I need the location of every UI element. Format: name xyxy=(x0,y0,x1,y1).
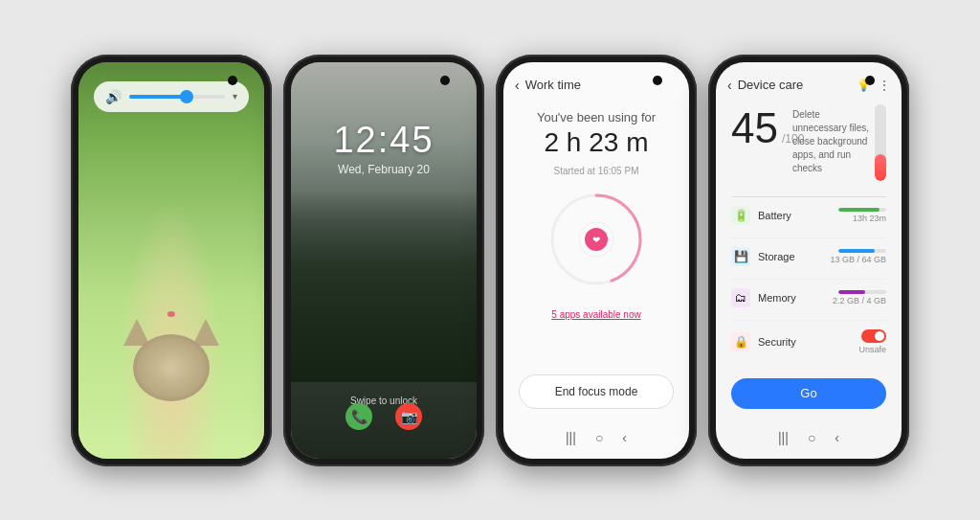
score-value: 45 xyxy=(731,104,778,152)
memory-icon: 🗂 xyxy=(731,288,750,307)
memory-bar xyxy=(838,290,886,294)
care-divider xyxy=(731,196,886,197)
back-arrow-icon[interactable]: ‹ xyxy=(515,78,520,93)
focus-circle-svg: ❤ xyxy=(544,187,649,292)
care-score-fill xyxy=(875,154,886,181)
phone-device-care: ‹ Device care 💡 ⋮ 45 /100 Delete unneces… xyxy=(708,55,909,466)
volume-track[interactable] xyxy=(129,95,225,99)
battery-right: 13h 23m xyxy=(838,208,886,223)
storage-right: 13 GB / 64 GB xyxy=(830,249,886,264)
care-go-button[interactable]: Go xyxy=(731,378,886,409)
nav-back-icon[interactable]: ‹ xyxy=(622,430,627,445)
volume-fill xyxy=(129,95,187,99)
volume-thumb[interactable] xyxy=(180,90,193,103)
cat-nose xyxy=(167,311,175,317)
storage-icon: 💾 xyxy=(731,247,750,266)
memory-label: Memory xyxy=(758,292,825,304)
cat-face xyxy=(133,334,210,401)
front-camera-4 xyxy=(865,76,875,85)
care-back-icon[interactable]: ‹ xyxy=(727,78,732,93)
front-camera-3 xyxy=(653,76,662,85)
cat-wallpaper xyxy=(78,62,264,459)
svg-text:❤: ❤ xyxy=(592,235,600,245)
care-nav-home[interactable]: ○ xyxy=(808,430,815,445)
lock-time: 12:45 xyxy=(291,120,477,161)
phone1-screen: 🔊 ▾ xyxy=(78,62,264,459)
phone-volume-wallpaper: 🔊 ▾ xyxy=(71,55,272,466)
focus-header-title: Work time xyxy=(525,78,581,92)
front-camera-2 xyxy=(440,76,450,85)
security-label: Security xyxy=(758,336,851,348)
care-score-bar xyxy=(875,104,886,181)
divider-memory xyxy=(731,320,886,321)
focus-duration: 2 h 23 m xyxy=(503,127,689,158)
storage-value: 13 GB / 64 GB xyxy=(830,255,886,264)
end-focus-button[interactable]: End focus mode xyxy=(519,374,674,409)
battery-label: Battery xyxy=(758,210,831,221)
storage-label: Storage xyxy=(758,251,822,262)
front-camera xyxy=(228,76,237,85)
lock-camera-icon[interactable]: 📷 xyxy=(395,403,422,430)
care-item-storage: 💾 Storage 13 GB / 64 GB xyxy=(731,247,886,266)
focus-using-text: You've been using for xyxy=(503,110,689,124)
focus-circle-timer: ❤ xyxy=(544,187,649,292)
care-item-security: 🔒 Security Unsafe xyxy=(731,329,886,354)
battery-bar xyxy=(838,208,886,212)
care-header-title: Device care xyxy=(738,78,851,92)
care-description: Delete unnecessary files, close backgrou… xyxy=(792,108,871,175)
navigation-bar: ||| ○ ‹ xyxy=(503,430,689,445)
security-right: Unsafe xyxy=(858,329,886,354)
battery-fill xyxy=(838,208,880,212)
nav-menu-icon[interactable]: ||| xyxy=(566,430,576,445)
phone-lockscreen: 12:45 Wed, February 20 Swipe to unlock 📞… xyxy=(283,55,484,466)
lock-screen-icons: 📞 📷 xyxy=(291,403,477,430)
phones-container: 🔊 ▾ 12:45 Wed, February 20 Swipe to unlo… xyxy=(71,55,909,466)
phone2-screen: 12:45 Wed, February 20 Swipe to unlock 📞… xyxy=(291,62,477,459)
divider-storage xyxy=(731,279,886,280)
lock-phone-icon[interactable]: 📞 xyxy=(345,403,372,430)
memory-value: 2.2 GB / 4 GB xyxy=(833,296,886,305)
volume-bar[interactable]: 🔊 ▾ xyxy=(94,81,249,112)
storage-bar xyxy=(838,249,886,253)
battery-value: 13h 23m xyxy=(853,214,886,223)
security-icon: 🔒 xyxy=(731,332,750,351)
care-more-icon[interactable]: ⋮ xyxy=(879,79,890,92)
focus-apps-available[interactable]: 5 apps available now xyxy=(503,309,689,320)
phone3-screen: ‹ Work time You've been using for 2 h 23… xyxy=(503,62,689,459)
nav-home-icon[interactable]: ○ xyxy=(595,430,603,445)
phone-focus-mode: ‹ Work time You've been using for 2 h 23… xyxy=(496,55,697,466)
battery-icon: 🔋 xyxy=(731,206,750,225)
divider-battery xyxy=(731,237,886,238)
security-value: Unsafe xyxy=(858,345,886,354)
storage-fill xyxy=(838,249,875,253)
care-nav-bar: ||| ○ ‹ xyxy=(716,430,902,445)
care-nav-menu[interactable]: ||| xyxy=(778,430,789,445)
security-toggle-thumb xyxy=(875,331,884,341)
focus-started-time: Started at 16:05 PM xyxy=(503,166,689,176)
care-nav-back[interactable]: ‹ xyxy=(835,430,839,445)
care-item-battery: 🔋 Battery 13h 23m xyxy=(731,206,886,225)
memory-fill xyxy=(838,290,865,294)
lock-date: Wed, February 20 xyxy=(291,163,477,176)
volume-arrow[interactable]: ▾ xyxy=(233,91,237,102)
security-toggle[interactable] xyxy=(861,329,886,343)
phone4-screen: ‹ Device care 💡 ⋮ 45 /100 Delete unneces… xyxy=(716,62,902,459)
forest-trees xyxy=(291,191,477,382)
volume-icon: 🔊 xyxy=(105,89,122,104)
memory-right: 2.2 GB / 4 GB xyxy=(833,290,886,305)
care-item-memory: 🗂 Memory 2.2 GB / 4 GB xyxy=(731,288,886,307)
